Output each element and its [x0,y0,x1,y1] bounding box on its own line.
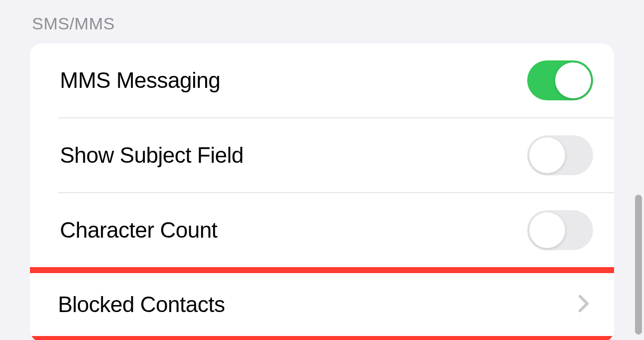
show-subject-field-toggle[interactable] [527,135,593,175]
scrollbar[interactable] [635,195,642,335]
settings-group: MMS Messaging Show Subject Field Charact… [30,43,614,340]
toggle-knob [529,137,565,173]
character-count-row[interactable]: Character Count [58,193,614,267]
section-header: SMS/MMS [30,0,614,43]
highlight-annotation: Blocked Contacts [30,267,614,340]
blocked-contacts-row[interactable]: Blocked Contacts [30,273,614,336]
row-label: Character Count [60,218,217,243]
row-label: MMS Messaging [60,68,220,93]
show-subject-field-row[interactable]: Show Subject Field [58,118,614,193]
chevron-right-icon [578,290,593,319]
character-count-toggle[interactable] [527,210,593,250]
settings-section: SMS/MMS MMS Messaging Show Subject Field… [0,0,644,340]
toggle-knob [529,212,565,248]
mms-messaging-toggle[interactable] [527,60,593,100]
row-label: Blocked Contacts [58,292,225,317]
row-label: Show Subject Field [60,143,244,168]
toggle-knob [555,62,591,98]
mms-messaging-row[interactable]: MMS Messaging [58,43,614,118]
